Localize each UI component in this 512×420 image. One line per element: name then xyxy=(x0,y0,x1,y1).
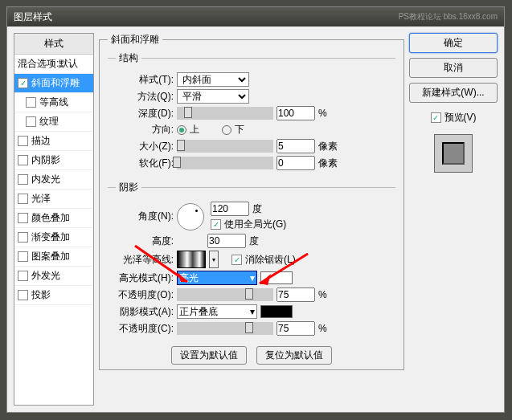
style-select[interactable]: 内斜面 xyxy=(177,72,249,87)
style-item-7[interactable]: 光泽 xyxy=(14,190,93,209)
bevel-legend: 斜面和浮雕 xyxy=(108,33,162,47)
technique-select[interactable]: 平滑 xyxy=(177,89,249,104)
gloss-contour-dropdown[interactable]: ▾ xyxy=(209,251,219,268)
style-item-3[interactable]: 纹理 xyxy=(14,112,93,132)
hopacity-slider[interactable] xyxy=(177,288,273,301)
angle-label: 角度(N): xyxy=(116,210,174,223)
highlight-mode-select[interactable]: 亮光▾ xyxy=(177,271,257,285)
style-checkbox-11[interactable] xyxy=(18,271,28,281)
shadow-mode-select[interactable]: 正片叠底▾ xyxy=(177,304,257,319)
depth-slider[interactable] xyxy=(177,107,273,120)
styles-list: 样式 混合选项:默认斜面和浮雕等高线纹理描边内阴影内发光光泽颜色叠加渐变叠加图案… xyxy=(14,33,94,406)
depth-input[interactable] xyxy=(276,106,315,120)
hopacity-label: 不透明度(O): xyxy=(116,288,174,302)
altitude-label: 高度: xyxy=(116,234,174,248)
style-checkbox-10[interactable] xyxy=(18,251,28,262)
altitude-unit: 度 xyxy=(249,234,259,248)
style-checkbox-4[interactable] xyxy=(18,136,28,146)
style-label-6: 内发光 xyxy=(31,173,60,186)
styles-header: 样式 xyxy=(14,34,93,55)
soften-input[interactable] xyxy=(276,156,315,170)
style-label-4: 描边 xyxy=(31,134,51,148)
shading-group: 阴影 角度(N): 度 使用全局光(G) xyxy=(108,181,395,343)
style-label-7: 光泽 xyxy=(31,192,51,206)
angle-unit: 度 xyxy=(252,202,262,216)
gloss-contour-swatch[interactable] xyxy=(177,251,206,268)
size-label: 大小(Z): xyxy=(116,140,174,153)
highlight-color-swatch[interactable] xyxy=(260,271,293,284)
right-panel: 确定 取消 新建样式(W)... 预览(V) xyxy=(409,33,498,406)
sopacity-label: 不透明度(C): xyxy=(116,322,174,336)
style-checkbox-2[interactable] xyxy=(26,97,36,108)
hopacity-unit: % xyxy=(318,289,327,300)
style-item-12[interactable]: 投影 xyxy=(14,286,93,305)
preview-checkbox[interactable] xyxy=(431,112,441,123)
soften-slider[interactable] xyxy=(177,157,273,169)
depth-unit: % xyxy=(318,108,327,119)
style-checkbox-12[interactable] xyxy=(18,290,28,300)
size-slider[interactable] xyxy=(177,140,273,153)
style-item-0[interactable]: 混合选项:默认 xyxy=(14,55,93,74)
style-item-5[interactable]: 内阴影 xyxy=(14,151,93,170)
smode-label: 阴影模式(A): xyxy=(116,305,174,319)
direction-label: 方向: xyxy=(116,123,174,137)
depth-label: 深度(D): xyxy=(116,107,174,120)
style-checkbox-8[interactable] xyxy=(18,213,28,223)
make-default-button[interactable]: 设置为默认值 xyxy=(171,346,247,365)
size-unit: 像素 xyxy=(318,140,338,153)
titlebar: 图层样式 PS教程论坛 bbs.16xx8.com xyxy=(7,7,504,27)
structure-group: 结构 样式(T): 内斜面 方法(Q): 平滑 深度(D): % xyxy=(108,51,395,177)
dir-up-radio[interactable] xyxy=(177,125,186,135)
antialias-checkbox[interactable] xyxy=(231,255,242,265)
dialog-title: 图层样式 xyxy=(14,10,52,24)
style-label-11: 外发光 xyxy=(31,269,60,283)
preview-swatch xyxy=(434,134,473,173)
antialias-label: 消除锯齿(L) xyxy=(245,253,296,267)
hmode-label: 高光模式(H): xyxy=(116,271,174,285)
style-label-8: 颜色叠加 xyxy=(31,211,70,225)
style-item-10[interactable]: 图案叠加 xyxy=(14,247,93,267)
structure-legend: 结构 xyxy=(116,51,141,65)
style-checkbox-5[interactable] xyxy=(18,155,28,165)
gloss-label: 光泽等高线: xyxy=(116,253,174,267)
ok-button[interactable]: 确定 xyxy=(409,33,498,53)
style-checkbox-1[interactable] xyxy=(18,78,28,88)
style-label-0: 混合选项:默认 xyxy=(18,57,78,71)
style-item-4[interactable]: 描边 xyxy=(14,132,93,151)
angle-dial[interactable] xyxy=(177,203,204,230)
style-checkbox-6[interactable] xyxy=(18,174,28,185)
global-light-checkbox[interactable] xyxy=(211,219,221,230)
sopacity-input[interactable] xyxy=(276,321,315,336)
sopacity-unit: % xyxy=(318,323,327,334)
watermark: PS教程论坛 bbs.16xx8.com xyxy=(399,11,498,22)
angle-input[interactable] xyxy=(211,202,249,216)
style-item-11[interactable]: 外发光 xyxy=(14,267,93,286)
style-label-1: 斜面和浮雕 xyxy=(31,76,80,90)
layer-style-dialog: 图层样式 PS教程论坛 bbs.16xx8.com 样式 混合选项:默认斜面和浮… xyxy=(6,6,505,413)
dir-up-label: 上 xyxy=(190,123,199,137)
style-item-2[interactable]: 等高线 xyxy=(14,93,93,112)
style-item-1[interactable]: 斜面和浮雕 xyxy=(14,74,93,93)
style-label-3: 纹理 xyxy=(39,115,59,128)
style-checkbox-9[interactable] xyxy=(18,232,28,243)
soften-unit: 像素 xyxy=(318,157,338,170)
dir-down-radio[interactable] xyxy=(222,125,231,135)
soften-label: 软化(F): xyxy=(116,157,174,170)
style-checkbox-3[interactable] xyxy=(26,116,36,127)
style-item-9[interactable]: 渐变叠加 xyxy=(14,228,93,247)
cancel-button[interactable]: 取消 xyxy=(409,58,498,78)
shadow-color-swatch[interactable] xyxy=(260,305,293,318)
new-style-button[interactable]: 新建样式(W)... xyxy=(409,83,498,103)
style-item-8[interactable]: 颜色叠加 xyxy=(14,209,93,228)
altitude-input[interactable] xyxy=(207,234,246,248)
size-input[interactable] xyxy=(276,139,315,153)
style-item-6[interactable]: 内发光 xyxy=(14,170,93,190)
sopacity-slider[interactable] xyxy=(177,322,273,335)
style-label-9: 渐变叠加 xyxy=(31,230,70,244)
hopacity-input[interactable] xyxy=(276,287,315,302)
reset-default-button[interactable]: 复位为默认值 xyxy=(256,346,332,365)
style-label-2: 等高线 xyxy=(39,96,68,109)
technique-label: 方法(Q): xyxy=(116,90,174,104)
style-checkbox-7[interactable] xyxy=(18,194,28,204)
main-panel: 斜面和浮雕 结构 样式(T): 内斜面 方法(Q): 平滑 深度(D): xyxy=(99,33,404,406)
